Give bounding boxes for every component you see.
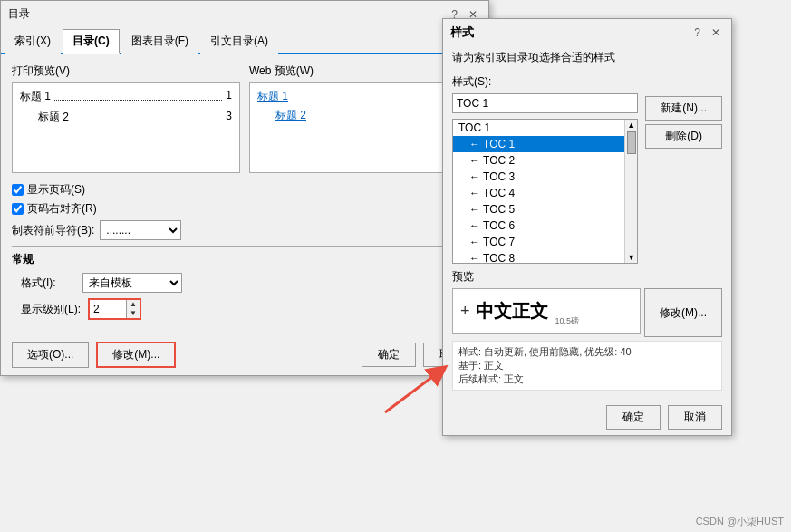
show-page-numbers-label[interactable]: 显示页码(S) — [12, 182, 85, 198]
style-item-toc7[interactable]: ← TOC 7 — [453, 234, 637, 250]
style-titlebar-buttons: ? ✕ — [690, 26, 724, 39]
preview-heading2: 标题 2 3 — [20, 110, 232, 125]
tab-leader-select[interactable]: ........ ------ ______ (none) — [100, 220, 181, 240]
footer-left-buttons: 选项(O)... 修改(M)... — [12, 342, 176, 368]
format-select[interactable]: 来自模板 经典 优雅 流行 正式 简单 — [82, 273, 182, 293]
heading1-text: 标题 1 — [20, 89, 51, 104]
level-row: 显示级别(L): ▲ ▼ — [21, 298, 477, 320]
main-titlebar: 目录 ? ✕ — [1, 1, 488, 27]
spin-down-button[interactable]: ▼ — [127, 309, 140, 318]
delete-style-button[interactable]: 删除(D) — [645, 124, 722, 149]
modify-style-button[interactable]: 修改(M)... — [644, 288, 722, 337]
preview-heading1: 标题 1 1 — [20, 89, 232, 104]
style-list-scrollbar: ▲ ▼ — [624, 120, 637, 263]
preview-row: 打印预览(V) 标题 1 1 标题 2 3 Web 预览(W) — [12, 63, 477, 173]
new-style-button[interactable]: 新建(N)... — [645, 96, 722, 121]
style-dialog-title: 样式 — [450, 24, 474, 41]
main-footer: 选项(O)... 修改(M)... 确定 取消 — [1, 334, 488, 375]
style-left: 样式(S): TOC 1 ← TOC 1 ← TOC 2 ← TOC 3 ← T… — [452, 74, 638, 269]
tab-leader-row: 制表符前导符(B): ........ ------ ______ (none) — [12, 220, 477, 240]
level-spinner: ▲ ▼ — [126, 300, 140, 318]
format-label: 格式(I): — [21, 276, 75, 291]
ok-button[interactable]: 确定 — [362, 343, 416, 367]
style-name-wrap — [452, 93, 638, 113]
tab-figure[interactable]: 图表目录(F) — [121, 29, 198, 54]
level-input-wrap: ▲ ▼ — [88, 298, 141, 320]
web-heading2-link[interactable]: 标题 2 — [257, 108, 469, 123]
style-name-input[interactable] — [452, 93, 638, 113]
web-heading1-link[interactable]: 标题 1 — [257, 90, 288, 102]
svg-line-1 — [385, 372, 439, 412]
style-item-toc8[interactable]: ← TOC 8 — [453, 250, 637, 263]
heading1-page: 1 — [226, 89, 232, 104]
align-right-row: 页码右对齐(R) — [12, 201, 477, 217]
options-button[interactable]: 选项(O)... — [12, 342, 89, 368]
align-right-text: 页码右对齐(R) — [27, 201, 97, 217]
align-right-label[interactable]: 页码右对齐(R) — [12, 201, 97, 217]
style-item-toc1-top[interactable]: TOC 1 — [453, 120, 637, 136]
heading2-text: 标题 2 — [38, 110, 69, 125]
scroll-up-arrow[interactable]: ▲ — [627, 121, 635, 130]
style-controls: 样式(S): TOC 1 ← TOC 1 ← TOC 2 ← TOC 3 ← T… — [452, 74, 722, 269]
style-footer: 确定 取消 — [443, 400, 731, 435]
show-page-numbers-text: 显示页码(S) — [27, 182, 85, 198]
style-body: 样式(S): TOC 1 ← TOC 1 ← TOC 2 ← TOC 3 ← T… — [443, 71, 731, 400]
preview-chinese-text: 中文正文 — [476, 299, 548, 324]
spin-up-button[interactable]: ▲ — [127, 300, 140, 309]
style-dialog: 样式 ? ✕ 请为索引或目录项选择合适的样式 样式(S): TOC 1 ← TO… — [442, 18, 732, 436]
style-item-toc2[interactable]: ← TOC 2 — [453, 152, 637, 169]
style-help-button[interactable]: ? — [690, 26, 704, 39]
style-list: TOC 1 ← TOC 1 ← TOC 2 ← TOC 3 ← TOC 4 ← … — [453, 120, 637, 263]
preview-section-label: 预览 — [452, 269, 722, 285]
style-action-buttons: 新建(N)... 删除(D) — [645, 74, 722, 149]
show-page-numbers-row: 显示页码(S) — [12, 182, 477, 198]
dots2 — [72, 106, 222, 121]
tab-toc[interactable]: 目录(C) — [63, 29, 120, 54]
style-info-line1: 样式: 自动更新, 使用前隐藏, 优先级: 40 基于: 正文 后续样式: 正文 — [458, 345, 716, 386]
general-title: 常规 — [12, 252, 477, 267]
level-input[interactable] — [90, 300, 126, 318]
align-right-checkbox[interactable] — [12, 203, 24, 215]
preview-row-style: + 中文正文 10.5磅 修改(M)... — [452, 288, 722, 337]
style-ok-button[interactable]: 确定 — [606, 405, 661, 430]
print-preview-box: 打印预览(V) 标题 1 1 标题 2 3 — [12, 63, 240, 173]
watermark: CSDN @小柒HUST — [696, 515, 784, 528]
preview-size-badge: 10.5磅 — [555, 315, 580, 327]
dialog-body: 打印预览(V) 标题 1 1 标题 2 3 Web 预览(W) — [1, 54, 488, 334]
style-close-button[interactable]: ✕ — [708, 26, 724, 39]
level-label: 显示级别(L): — [21, 302, 81, 317]
print-preview-inner: 标题 1 1 标题 2 3 — [12, 82, 240, 173]
style-item-toc6[interactable]: ← TOC 6 — [453, 218, 637, 234]
main-dialog-title: 目录 — [8, 6, 30, 22]
style-item-toc4[interactable]: ← TOC 4 — [453, 185, 637, 201]
scroll-thumb — [627, 131, 636, 154]
style-list-wrap: TOC 1 ← TOC 1 ← TOC 2 ← TOC 3 ← TOC 4 ← … — [452, 119, 638, 264]
tab-index[interactable]: 索引(X) — [5, 29, 61, 54]
heading2-page: 3 — [226, 110, 232, 125]
style-item-toc1-indent[interactable]: ← TOC 1 — [453, 136, 637, 152]
scroll-down-arrow[interactable]: ▼ — [627, 253, 635, 262]
style-description: 请为索引或目录项选择合适的样式 — [443, 46, 731, 71]
style-cancel-button[interactable]: 取消 — [668, 405, 722, 430]
tab-bar: 索引(X) 目录(C) 图表目录(F) 引文目录(A) — [1, 27, 488, 54]
tab-citation[interactable]: 引文目录(A) — [200, 29, 278, 54]
style-titlebar: 样式 ? ✕ — [443, 19, 731, 46]
print-preview-label: 打印预览(V) — [12, 63, 240, 79]
style-list-label: 样式(S): — [452, 74, 638, 90]
modify-button[interactable]: 修改(M)... — [96, 342, 176, 368]
section-divider — [12, 246, 477, 247]
style-info-box: 样式: 自动更新, 使用前隐藏, 优先级: 40 基于: 正文 后续样式: 正文 — [452, 341, 722, 391]
tab-leader-label: 制表符前导符(B): — [12, 223, 94, 238]
main-dialog: 目录 ? ✕ 索引(X) 目录(C) 图表目录(F) 引文目录(A) 打印预览(… — [0, 0, 489, 376]
show-page-numbers-checkbox[interactable] — [12, 184, 24, 196]
style-item-toc3[interactable]: ← TOC 3 — [453, 169, 637, 185]
format-row: 格式(I): 来自模板 经典 优雅 流行 正式 简单 — [21, 273, 477, 293]
style-preview-inner: + 中文正文 10.5磅 — [452, 288, 641, 334]
preview-plus-sign: + — [460, 302, 470, 321]
dots1 — [54, 85, 222, 101]
style-item-toc5[interactable]: ← TOC 5 — [453, 201, 637, 218]
